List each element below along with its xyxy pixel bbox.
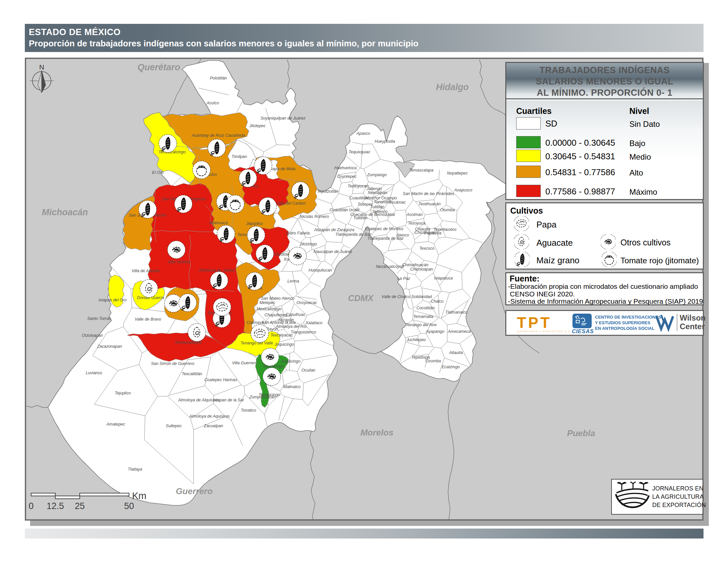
- svg-text:Coatepec Harinas: Coatepec Harinas: [204, 378, 237, 382]
- svg-text:Tecámac: Tecámac: [389, 200, 406, 205]
- svg-text:Morelos: Morelos: [360, 428, 393, 438]
- svg-text:Nextlalpan: Nextlalpan: [368, 190, 387, 195]
- svg-text:Teoloyucan: Teoloyucan: [348, 184, 369, 188]
- svg-text:Villa de Allende: Villa de Allende: [132, 268, 160, 273]
- svg-text:Ayapango: Ayapango: [426, 329, 444, 334]
- svg-text:Almoloya de Aquisiras: Almoloya de Aquisiras: [189, 414, 230, 419]
- svg-text:Sultepec: Sultepec: [166, 424, 182, 428]
- svg-text:Hueypoxtla: Hueypoxtla: [375, 139, 395, 144]
- svg-text:Acambay de Ruíz Castañeda: Acambay de Ruíz Castañeda: [191, 133, 245, 138]
- svg-text:25: 25: [75, 501, 85, 511]
- svg-text:El Oro: El Oro: [152, 170, 163, 175]
- svg-text:Amatepec: Amatepec: [106, 422, 125, 427]
- svg-text:Teotihuacán: Teotihuacán: [418, 202, 440, 206]
- svg-text:Ocoyoacac: Ocoyoacac: [296, 301, 317, 305]
- svg-text:Amecameca: Amecameca: [448, 329, 471, 334]
- svg-text:Temascalapa: Temascalapa: [409, 168, 433, 172]
- svg-text:0: 0: [28, 501, 33, 511]
- svg-text:Tepotzotlán: Tepotzotlán: [317, 189, 338, 194]
- svg-text:Naucalpan de Juárez: Naucalpan de Juárez: [313, 249, 352, 254]
- svg-text:Jaltenco: Jaltenco: [372, 209, 387, 214]
- svg-text:Soyaniquilpan de Juárez: Soyaniquilpan de Juárez: [260, 116, 306, 120]
- svg-text:Tlalmanalco: Tlalmanalco: [445, 310, 468, 315]
- svg-text:Tonatico: Tonatico: [241, 408, 256, 413]
- svg-text:Huixquilucan: Huixquilucan: [309, 268, 332, 272]
- svg-text:Valle de Chalco Solidaridad: Valle de Chalco Solidaridad: [382, 295, 432, 299]
- svg-text:San Martín de las Pirámides: San Martín de las Pirámides: [403, 191, 454, 196]
- svg-text:Calimaya: Calimaya: [247, 320, 264, 325]
- svg-text:Malinalco: Malinalco: [283, 385, 300, 389]
- svg-text:Santo Tomás: Santo Tomás: [87, 316, 112, 321]
- svg-text:Ozumba: Ozumba: [426, 359, 441, 363]
- svg-text:50: 50: [124, 501, 134, 511]
- svg-text:Atlautla: Atlautla: [449, 351, 463, 355]
- svg-text:Nicolás Romero: Nicolás Romero: [300, 214, 329, 219]
- svg-text:Lerma: Lerma: [287, 279, 299, 284]
- svg-text:Ocuilan: Ocuilan: [301, 368, 315, 373]
- svg-text:Huehuetoca: Huehuetoca: [335, 165, 357, 170]
- svg-text:Polotitlán: Polotitlán: [210, 76, 227, 80]
- svg-text:Joquicingo: Joquicingo: [274, 342, 294, 347]
- svg-text:Chalco: Chalco: [431, 299, 444, 304]
- svg-text:Tlatlaya: Tlatlaya: [128, 467, 142, 472]
- svg-text:Jilotzingo: Jilotzingo: [299, 242, 317, 246]
- svg-text:Isidro Fabela: Isidro Fabela: [286, 231, 310, 235]
- svg-text:Tejupilco: Tejupilco: [115, 391, 131, 396]
- svg-text:Nopaltepec: Nopaltepec: [447, 171, 468, 175]
- svg-text:Villa del Carbón: Villa del Carbón: [277, 201, 305, 206]
- svg-text:Nezahualcóyotl: Nezahualcóyotl: [376, 264, 404, 269]
- svg-text:Tianguistenco: Tianguistenco: [291, 330, 316, 335]
- svg-text:Cuautitlán Izcalli: Cuautitlán Izcalli: [330, 208, 360, 212]
- svg-text:Jilotepec: Jilotepec: [249, 123, 266, 128]
- svg-text:Zacazonapan: Zacazonapan: [97, 344, 122, 349]
- svg-text:Mexicaltzingo: Mexicaltzingo: [256, 307, 281, 311]
- svg-text:San Simón de Guerrero: San Simón de Guerrero: [151, 361, 195, 366]
- svg-text:Villa Victoria: Villa Victoria: [167, 259, 190, 264]
- svg-text:Michoacán: Michoacán: [42, 207, 88, 217]
- svg-text:Otumba: Otumba: [440, 208, 455, 212]
- svg-text:Ixtapan de la Sal: Ixtapan de la Sal: [213, 398, 244, 402]
- svg-text:Metepec: Metepec: [259, 301, 275, 305]
- svg-text:Xalatlaco: Xalatlaco: [305, 321, 323, 325]
- svg-text:Villa Guerrero: Villa Guerrero: [232, 361, 257, 365]
- svg-text:San Mateo Atenco: San Mateo Atenco: [261, 296, 295, 301]
- svg-text:Tlalnepantla de Baz: Tlalnepantla de Baz: [335, 232, 372, 237]
- svg-text:Guerrero: Guerrero: [176, 486, 212, 496]
- svg-text:Puebla: Puebla: [567, 428, 595, 438]
- svg-text:Chimalhuacán: Chimalhuacán: [402, 262, 428, 267]
- svg-text:Aculco: Aculco: [206, 101, 219, 105]
- svg-text:Valle de Bravo: Valle de Bravo: [135, 317, 161, 322]
- svg-text:Almoloya de Juárez: Almoloya de Juárez: [199, 268, 235, 272]
- svg-text:Chicoloapan: Chicoloapan: [410, 267, 433, 271]
- svg-text:Axapusco: Axapusco: [454, 188, 473, 192]
- svg-text:Timilpan: Timilpan: [232, 154, 247, 159]
- svg-text:La Paz: La Paz: [397, 276, 410, 281]
- svg-text:Tenango del Aire: Tenango del Aire: [406, 323, 437, 327]
- svg-text:Otzoloapan: Otzoloapan: [82, 333, 103, 338]
- svg-text:Apaxco: Apaxco: [356, 131, 370, 136]
- svg-text:CDMX: CDMX: [348, 293, 374, 303]
- svg-text:Atenco: Atenco: [396, 233, 409, 237]
- svg-text:Tezoyuca: Tezoyuca: [408, 221, 426, 225]
- svg-text:Texcaltitlán: Texcaltitlán: [182, 372, 202, 376]
- svg-text:Luvianos: Luvianos: [86, 371, 102, 375]
- svg-text:Tequixquiac: Tequixquiac: [348, 150, 370, 154]
- svg-text:Jiquipilco: Jiquipilco: [246, 221, 263, 226]
- svg-text:Texcoco: Texcoco: [419, 246, 434, 251]
- svg-text:Hidalgo: Hidalgo: [436, 82, 469, 92]
- svg-text:Zumpango: Zumpango: [367, 172, 387, 177]
- svg-text:Capulhuac: Capulhuac: [286, 312, 305, 317]
- svg-text:Cocotitlán: Cocotitlán: [416, 306, 434, 310]
- svg-text:Ecatepec de Morelos: Ecatepec de Morelos: [365, 226, 403, 231]
- svg-text:Joquicingo: Joquicingo: [280, 359, 300, 364]
- svg-text:Texcalyacac: Texcalyacac: [270, 333, 293, 338]
- svg-text:Tepetlaoxtoc: Tepetlaoxtoc: [433, 227, 457, 232]
- svg-text:Tultitlán: Tultitlán: [353, 215, 368, 220]
- svg-text:Ixtapan del Oro: Ixtapan del Oro: [99, 298, 127, 303]
- svg-text:Zacualpan: Zacualpan: [204, 424, 223, 428]
- svg-text:Ixtapaluca: Ixtapaluca: [434, 276, 453, 280]
- svg-text:Temamatla: Temamatla: [413, 314, 433, 319]
- svg-text:Acolman: Acolman: [406, 212, 423, 217]
- svg-text:Ecatzingo: Ecatzingo: [442, 365, 460, 369]
- svg-text:Tonanitla: Tonanitla: [374, 200, 390, 204]
